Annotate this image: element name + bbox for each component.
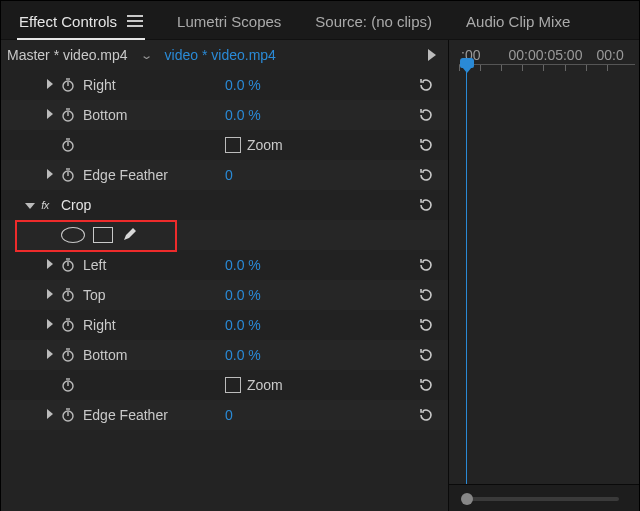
- property-label: Edge Feather: [79, 407, 168, 423]
- property-label: Edge Feather: [79, 167, 168, 183]
- stopwatch-icon[interactable]: [59, 286, 77, 304]
- property-value[interactable]: 0.0 %: [225, 347, 261, 363]
- tab-label: Lumetri Scopes: [177, 13, 281, 30]
- reset-icon[interactable]: [416, 405, 436, 425]
- effect-header-crop[interactable]: fx Crop: [1, 190, 448, 220]
- tab-label: Audio Clip Mixe: [466, 13, 570, 30]
- property-value[interactable]: 0.0 %: [225, 287, 261, 303]
- stopwatch-icon[interactable]: [59, 256, 77, 274]
- ruler-ticks: [459, 64, 635, 73]
- stopwatch-icon[interactable]: [59, 316, 77, 334]
- property-panel: Master * video.mp4 ⌄ video * video.mp4 R…: [1, 40, 449, 511]
- stopwatch-icon[interactable]: [59, 106, 77, 124]
- reset-icon[interactable]: [416, 345, 436, 365]
- property-label: Bottom: [79, 347, 127, 363]
- reset-icon[interactable]: [416, 315, 436, 335]
- disclosure-arrow-icon[interactable]: [43, 408, 57, 422]
- playhead-line: [466, 70, 467, 485]
- stopwatch-icon[interactable]: [59, 346, 77, 364]
- property-row-right: Right 0.0 %: [1, 70, 448, 100]
- property-list: Right 0.0 % Bottom 0.0 %: [1, 70, 448, 511]
- reset-icon[interactable]: [416, 255, 436, 275]
- disclosure-arrow-icon[interactable]: [43, 288, 57, 302]
- property-row-crop-right: Right 0.0 %: [1, 310, 448, 340]
- effect-name: Crop: [57, 197, 91, 213]
- zoom-checkbox[interactable]: [225, 137, 241, 153]
- property-row-crop-zoom: Zoom: [1, 370, 448, 400]
- property-row-crop-edge-feather: Edge Feather 0: [1, 400, 448, 430]
- zoom-label: Zoom: [247, 377, 283, 393]
- chevron-down-icon[interactable]: ⌄: [138, 48, 155, 61]
- clip-header-row: Master * video.mp4 ⌄ video * video.mp4: [1, 40, 448, 70]
- reset-icon[interactable]: [416, 135, 436, 155]
- panel-menu-icon[interactable]: [127, 13, 143, 29]
- property-value[interactable]: 0.0 %: [225, 107, 261, 123]
- stopwatch-icon[interactable]: [59, 376, 77, 394]
- timeline-zoom-bar[interactable]: [449, 484, 639, 511]
- reset-icon[interactable]: [416, 375, 436, 395]
- tab-source[interactable]: Source: (no clips): [315, 0, 432, 40]
- property-value[interactable]: 0.0 %: [225, 317, 261, 333]
- disclosure-arrow-icon[interactable]: [43, 78, 57, 92]
- disclosure-arrow-icon[interactable]: [43, 348, 57, 362]
- fx-badge-icon[interactable]: fx: [37, 198, 53, 212]
- property-row-edge-feather: Edge Feather 0: [1, 160, 448, 190]
- mask-rectangle-icon[interactable]: [93, 227, 113, 243]
- panel-tabbar: Effect Controls Lumetri Scopes Source: (…: [1, 1, 639, 40]
- mini-timeline[interactable]: :00 00:00:05:00 00:0: [449, 40, 639, 511]
- master-clip-name[interactable]: Master * video.mp4: [7, 47, 128, 63]
- play-icon[interactable]: [428, 49, 436, 61]
- disclosure-arrow-icon[interactable]: [43, 318, 57, 332]
- reset-icon[interactable]: [416, 285, 436, 305]
- property-label: Top: [79, 287, 106, 303]
- sequence-clip-name[interactable]: video * video.mp4: [165, 47, 276, 63]
- property-row-crop-top: Top 0.0 %: [1, 280, 448, 310]
- property-label: Right: [79, 317, 116, 333]
- mask-shape-row: [1, 220, 448, 250]
- property-label: Left: [79, 257, 106, 273]
- tab-audio-mixer[interactable]: Audio Clip Mixe: [466, 0, 570, 40]
- mask-pen-icon[interactable]: [121, 225, 139, 246]
- reset-icon[interactable]: [416, 105, 436, 125]
- zoom-checkbox[interactable]: [225, 377, 241, 393]
- disclosure-arrow-icon[interactable]: [23, 198, 37, 212]
- zoom-handle[interactable]: [461, 493, 473, 505]
- property-label: Right: [79, 77, 116, 93]
- property-row-zoom: Zoom: [1, 130, 448, 160]
- property-row-crop-bottom: Bottom 0.0 %: [1, 340, 448, 370]
- disclosure-arrow-icon[interactable]: [43, 258, 57, 272]
- mask-ellipse-icon[interactable]: [61, 227, 85, 243]
- stopwatch-icon[interactable]: [59, 136, 77, 154]
- disclosure-arrow-icon[interactable]: [43, 108, 57, 122]
- stopwatch-icon[interactable]: [59, 76, 77, 94]
- property-value[interactable]: 0: [225, 407, 233, 423]
- zoom-label: Zoom: [247, 137, 283, 153]
- property-value[interactable]: 0.0 %: [225, 77, 261, 93]
- playhead-icon[interactable]: [459, 58, 475, 74]
- reset-icon[interactable]: [416, 195, 436, 215]
- tab-effect-controls[interactable]: Effect Controls: [19, 0, 143, 40]
- property-value[interactable]: 0: [225, 167, 233, 183]
- tab-label: Source: (no clips): [315, 13, 432, 30]
- tab-lumetri-scopes[interactable]: Lumetri Scopes: [177, 0, 281, 40]
- disclosure-arrow-icon[interactable]: [43, 168, 57, 182]
- property-label: Bottom: [79, 107, 127, 123]
- effect-controls-panel: Effect Controls Lumetri Scopes Source: (…: [0, 0, 640, 511]
- property-row-crop-left: Left 0.0 %: [1, 250, 448, 280]
- timecode-tick: 00:0: [596, 47, 623, 63]
- tab-label: Effect Controls: [19, 13, 117, 30]
- stopwatch-icon[interactable]: [59, 406, 77, 424]
- property-value[interactable]: 0.0 %: [225, 257, 261, 273]
- zoom-track: [467, 497, 619, 501]
- reset-icon[interactable]: [416, 165, 436, 185]
- property-row-bottom: Bottom 0.0 %: [1, 100, 448, 130]
- timecode-tick: 00:00:05:00: [508, 47, 582, 63]
- stopwatch-icon[interactable]: [59, 166, 77, 184]
- reset-icon[interactable]: [416, 75, 436, 95]
